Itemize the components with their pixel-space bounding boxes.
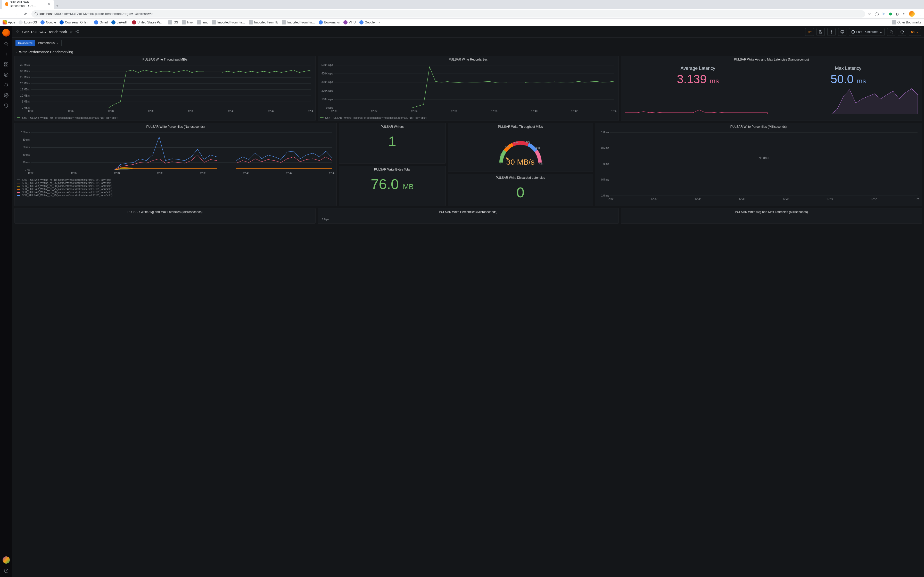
panel-title: PULSAR Writers — [339, 123, 446, 131]
svg-text:12:36: 12:36 — [739, 198, 745, 200]
browser-tab[interactable]: SBK PULSAR Benchmark - Gra… ✕ — [2, 0, 53, 9]
forward-button[interactable]: → — [12, 11, 19, 16]
svg-text:10 MB/s: 10 MB/s — [20, 94, 30, 97]
menu-icon[interactable]: ⋮ — [918, 12, 922, 16]
svg-text:0 wps: 0 wps — [326, 106, 333, 109]
panel-latencies-us[interactable]: PULSAR Write Avg and Max Latencies (Micr… — [15, 208, 315, 224]
reload-button[interactable]: ⟳ — [22, 11, 29, 16]
svg-rect-14 — [18, 30, 19, 31]
panel-discarded[interactable]: PULSAR Write Discarded Latencies 0 — [448, 174, 593, 206]
svg-text:12:42: 12:42 — [571, 110, 577, 113]
bookmark-folder[interactable]: GS — [168, 20, 178, 24]
bookmark-folder[interactable]: Imported From IE — [249, 20, 278, 24]
extension-icon-2[interactable]: ⬢ — [889, 12, 892, 16]
gear-icon[interactable] — [3, 92, 9, 98]
zoom-out-button[interactable] — [887, 28, 895, 36]
explore-icon[interactable] — [3, 72, 9, 78]
close-tab-icon[interactable]: ✕ — [48, 2, 50, 6]
svg-text:No data: No data — [759, 156, 769, 160]
svg-text:1.0 ms: 1.0 ms — [601, 131, 609, 134]
svg-text:100K wps: 100K wps — [321, 98, 333, 101]
save-button[interactable] — [816, 28, 825, 36]
address-bar[interactable]: ⓘ localhost:3000/d/YM3EZuEMz/sbk-pulsar-… — [31, 10, 865, 18]
stat-value: 50.0 — [830, 73, 854, 86]
extension-icon[interactable]: ◯ — [875, 12, 879, 16]
other-bookmarks[interactable]: Other Bookmarks — [892, 20, 921, 24]
panel-writers[interactable]: PULSAR Writers 1 — [339, 123, 446, 164]
grafana-sidebar — [0, 26, 12, 577]
share-icon[interactable] — [75, 30, 79, 34]
linkedin-icon[interactable]: in — [882, 12, 885, 16]
tab-title: SBK PULSAR Benchmark - Gra… — [10, 0, 45, 8]
user-avatar[interactable] — [3, 556, 10, 564]
panel-percentiles-ns[interactable]: PULSAR Write Percentiles (Nanoseconds) 0… — [15, 123, 337, 206]
tv-mode-button[interactable] — [838, 28, 846, 36]
bookmark-item[interactable]: Gmail — [94, 20, 108, 24]
time-range-picker[interactable]: Last 15 minutes ⌄ — [849, 28, 885, 36]
bookmark-item[interactable]: Bookmarks — [319, 20, 339, 24]
search-icon[interactable] — [3, 41, 9, 47]
panel-percentiles-ms[interactable]: PULSAR Write Percentiles (Milliseconds) … — [595, 123, 922, 206]
panel-records-sec[interactable]: PULSAR Write Records/Sec 0 wps100K wps20… — [318, 56, 619, 121]
gauge-value: 30 MB/s — [506, 158, 535, 166]
svg-text:5 MB/s: 5 MB/s — [22, 100, 30, 103]
panel-latencies-ns[interactable]: PULSAR Write Avg and Max Latencies (Nano… — [621, 56, 922, 121]
svg-text:12:32: 12:32 — [651, 198, 657, 200]
url-port: :3000 — [54, 12, 63, 16]
refresh-interval-picker[interactable]: 5s⌄ — [909, 28, 921, 36]
svg-text:12:34: 12:34 — [695, 198, 701, 200]
row-header[interactable]: ⌄ Write Performance Benchmarking — [12, 48, 924, 56]
dashboards-icon[interactable] — [3, 61, 9, 68]
alert-icon[interactable] — [3, 82, 9, 88]
bookmark-folder[interactable]: linux — [182, 20, 194, 24]
star-dashboard-icon[interactable]: ☆ — [69, 30, 73, 34]
add-panel-button[interactable]: ⊞⁺ — [805, 28, 814, 36]
variable-value-selector[interactable]: Prometheus⌄ — [35, 40, 61, 47]
new-tab-button[interactable]: ＋ — [53, 2, 61, 9]
dashboard-icon — [16, 29, 19, 34]
settings-button[interactable] — [827, 28, 835, 36]
bookmark-item[interactable]: United States Pat… — [132, 20, 165, 24]
panel-gauge[interactable]: PULSAR Write Throughput MB/s 0 50 — [448, 123, 593, 172]
legend-label: SBK_PULSAR_Writing_MBPerSec{instance="ho… — [22, 116, 118, 119]
bookmarks-overflow[interactable]: » — [378, 21, 380, 24]
bookmark-folder[interactable]: Imported From Fir… — [282, 20, 315, 24]
svg-text:12:34: 12:34 — [114, 172, 120, 175]
panel-throughput-mb[interactable]: PULSAR Write Throughput MB/s 0 MB/s5 MB/… — [15, 56, 315, 121]
panel-latencies-ms[interactable]: PULSAR Write Avg and Max Latencies (Mill… — [621, 208, 922, 224]
bookmark-folder[interactable]: emc — [197, 20, 208, 24]
back-button[interactable]: ← — [2, 11, 9, 16]
extension-icon-3[interactable]: ◐ — [896, 12, 899, 16]
star-icon[interactable]: ☆ — [868, 12, 871, 16]
stat-label: Average Latency — [677, 66, 719, 71]
svg-text:0 ms: 0 ms — [603, 163, 609, 165]
avatar-icon[interactable] — [909, 11, 915, 17]
apps-button[interactable]: Apps — [3, 20, 15, 24]
shield-icon[interactable] — [3, 103, 9, 109]
bookmark-item[interactable]: Login.GS — [19, 20, 37, 24]
bookmark-item[interactable]: LinkedIn — [111, 20, 128, 24]
svg-text:12:36: 12:36 — [157, 172, 163, 175]
legend-label: SBK_PULSAR_Writing_RecordsPerSec{instanc… — [325, 116, 426, 119]
bookmark-folder[interactable]: Imported From Fir… — [212, 20, 245, 24]
svg-text:25 MB/s: 25 MB/s — [20, 76, 30, 79]
panel-percentiles-us[interactable]: PULSAR Write Percentiles (Microseconds) … — [318, 208, 619, 224]
svg-text:400: 400 — [535, 147, 540, 150]
help-icon[interactable] — [3, 568, 9, 574]
grafana-logo[interactable] — [2, 29, 10, 37]
bookmark-item[interactable]: Coursera | Onlin… — [60, 20, 90, 24]
panel-title: PULSAR Write Bytes Total — [339, 166, 446, 173]
bookmark-item[interactable]: Google — [359, 20, 375, 24]
panel-bytes-total[interactable]: PULSAR Write Bytes Total 76.0 MB — [339, 166, 446, 206]
bookmark-item[interactable]: Google — [40, 20, 56, 24]
svg-text:12:42: 12:42 — [871, 198, 877, 200]
svg-text:-0.5 ms: -0.5 ms — [601, 178, 609, 181]
svg-text:200K wps: 200K wps — [321, 89, 333, 92]
extensions-icon[interactable]: ✦ — [902, 12, 905, 16]
plus-icon[interactable] — [3, 51, 9, 57]
svg-text:12:38: 12:38 — [188, 110, 194, 113]
svg-text:60 ms: 60 ms — [23, 146, 30, 148]
svg-text:20 MB/s: 20 MB/s — [20, 82, 30, 85]
refresh-button[interactable] — [898, 28, 906, 36]
bookmark-item[interactable]: VT U — [343, 20, 356, 24]
